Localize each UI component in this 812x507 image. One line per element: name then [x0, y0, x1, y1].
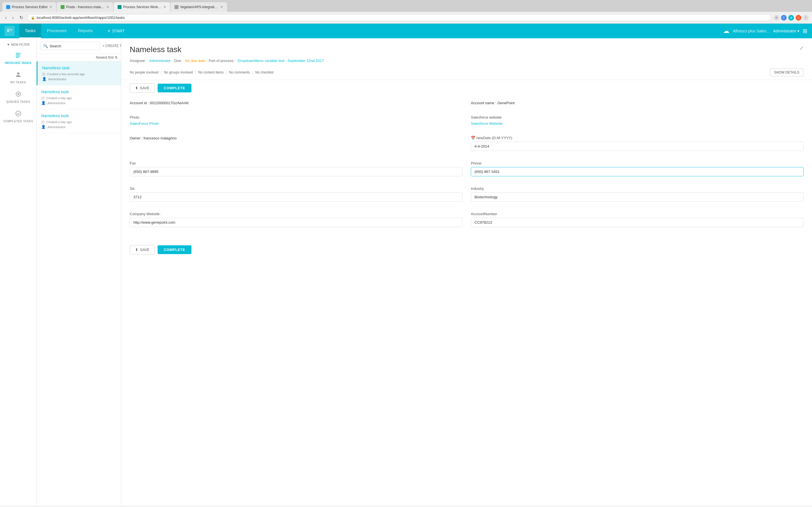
fax-input[interactable] — [130, 167, 462, 176]
search-box[interactable]: 🔍 — [40, 42, 100, 50]
sidebar-item-label-my: MY TASKS — [10, 81, 26, 84]
menu-icon[interactable]: ⋮ — [803, 15, 809, 20]
field-account-name: Account name : GenePoint — [471, 101, 804, 105]
nav-tabs: Tasks Processes Reports — [19, 24, 98, 38]
grid-icon[interactable]: ⊞ — [803, 27, 808, 34]
task-item-username: Administrator — [47, 101, 66, 105]
task-title: Nameless task — [130, 45, 182, 54]
address-bar[interactable]: 🔒 localhost:8080/activiti-app/workflow/#… — [27, 14, 771, 21]
save-button-bottom[interactable]: ⬆ SAVE — [130, 245, 155, 255]
top-nav: Tasks Processes Reports + START ☁ Alfres… — [0, 24, 812, 38]
form-col-fax: Fax — [130, 161, 462, 181]
assignee-value: Administrator — [149, 59, 171, 63]
tab-close-1[interactable]: × — [49, 4, 52, 10]
sidebar-item-queued[interactable]: QUEUED TASKS — [0, 87, 36, 107]
browser-tab-1[interactable]: Process Services Editor × — [2, 2, 56, 12]
svg-rect-7 — [16, 56, 20, 56]
photo-label: Photo — [130, 115, 462, 119]
browser-tab-2[interactable]: Posta - francesco.malagrino@... × — [57, 2, 113, 12]
process-value: DropdownMenu variable test - September 2… — [238, 59, 324, 63]
task-item-username: Administrator — [47, 125, 66, 129]
svg-point-9 — [17, 72, 19, 75]
sort-icon[interactable]: ⇅ — [115, 55, 117, 59]
salesforce-website-link[interactable]: Salesforce Website — [471, 121, 502, 126]
address-text: localhost:8080/activiti-app/workflow/#/a… — [37, 15, 125, 20]
task-item[interactable]: Nameless task ▤ Created a day ago 👤 Admi… — [37, 86, 121, 109]
sic-input[interactable] — [130, 192, 462, 202]
company-website-input[interactable] — [130, 218, 462, 227]
sidebar-item-my[interactable]: MY TASKS — [0, 68, 36, 87]
photo-link[interactable]: SalesForce Photo — [130, 121, 159, 126]
calendar-icon: 📅 — [471, 136, 475, 140]
browser-tab-3[interactable]: Process Services Workflow × — [114, 2, 170, 12]
nav-tab-reports[interactable]: Reports — [72, 24, 98, 38]
main-layout: ▼ NEW FILTER INVOLVED TASKS — [0, 38, 812, 505]
phone-input[interactable] — [471, 167, 804, 176]
fax-label: Fax — [130, 161, 462, 165]
sidebar-item-completed[interactable]: COMPLETED TASKS — [0, 107, 36, 126]
nav-start-btn[interactable]: + START — [103, 26, 129, 36]
content-header: Nameless task ⤢ — [121, 38, 812, 59]
tab-favicon-4 — [174, 5, 179, 9]
toolbar-icons: ☆ C A G ⋮ — [774, 15, 809, 20]
form-row-5: Sic Industry — [130, 186, 804, 206]
task-item[interactable]: Nameless task ▤ Created a few seconds ag… — [37, 61, 121, 86]
svg-rect-2 — [7, 31, 9, 32]
ext-icon-1[interactable]: A — [788, 15, 794, 20]
reload-button[interactable]: ↻ — [18, 14, 25, 21]
tab-title-1: Process Services Editor — [12, 5, 48, 9]
task-badges: No people involved | No groups involved … — [121, 66, 812, 80]
browser-tab-4[interactable]: Vegetam/APS-integration-with... × — [170, 2, 227, 12]
form-col-company-website: Company Website : — [130, 212, 462, 231]
form-col-industry: Industry — [471, 186, 804, 206]
start-label: START — [112, 29, 124, 33]
star-icon[interactable]: ☆ — [774, 15, 779, 20]
tab-close-4[interactable]: × — [220, 4, 223, 10]
sidebar-item-label-completed: COMPLETED TASKS — [3, 120, 33, 123]
my-tasks-icon — [15, 71, 22, 80]
svg-point-12 — [16, 111, 21, 116]
forward-button[interactable]: › — [10, 15, 15, 21]
complete-button-top[interactable]: COMPLETE — [158, 83, 192, 93]
field-company-website: Company Website : — [130, 212, 462, 227]
browser-tabs: Process Services Editor × Posta - france… — [0, 0, 812, 12]
field-new-date: 📅 newDate (D-M-YYYY) — [471, 136, 804, 151]
back-button[interactable]: ‹ — [3, 15, 8, 21]
logo-icon — [6, 28, 13, 34]
form-area: Account id : 00120000017GzAeAAK Account … — [121, 96, 812, 242]
user-icon: 👤 — [42, 77, 47, 81]
form-col-account-number: AccountNumber — [471, 212, 804, 231]
my-tasks-svg — [15, 71, 22, 78]
tab-favicon-2 — [61, 5, 64, 9]
task-item-created: Created a few seconds ago — [47, 72, 85, 76]
tab-close-2[interactable]: × — [106, 4, 109, 10]
nav-logo[interactable] — [4, 26, 15, 36]
expand-icon[interactable]: ⤢ — [799, 45, 804, 51]
task-list-toolbar: 🔍 + CREATE TASK — [37, 38, 121, 54]
ext-icon-2[interactable]: G — [796, 15, 801, 20]
field-owner: Owner : francesco malagrino — [130, 136, 462, 140]
industry-input[interactable] — [471, 192, 804, 202]
show-details-button[interactable]: SHOW DETAILS — [770, 68, 804, 76]
sidebar-item-label-involved: INVOLVED TASKS — [5, 61, 31, 64]
form-col-owner: Owner : francesco malagrino — [130, 136, 462, 156]
search-input[interactable] — [50, 44, 97, 48]
task-item[interactable]: Nameless task ▤ Created a day ago 👤 Admi… — [37, 109, 121, 133]
sidebar-item-involved[interactable]: INVOLVED TASKS — [0, 48, 36, 68]
nav-tab-tasks[interactable]: Tasks — [19, 24, 41, 38]
action-bar-top: ⬆ SAVE COMPLETE — [121, 80, 812, 96]
task-item-created: Created a day ago — [46, 96, 72, 100]
due-value: No due date — [185, 59, 205, 63]
new-filter-button[interactable]: ▼ NEW FILTER — [4, 41, 33, 48]
user-icon: 👤 — [41, 101, 46, 105]
sort-bar: Newest first ⇅ — [37, 54, 121, 61]
new-date-input[interactable] — [471, 142, 804, 151]
left-sidebar: ▼ NEW FILTER INVOLVED TASKS — [0, 38, 37, 505]
svg-point-11 — [17, 93, 19, 95]
account-number-input[interactable] — [471, 218, 804, 227]
complete-button-bottom[interactable]: COMPLETE — [158, 245, 192, 254]
tab-close-3[interactable]: × — [163, 4, 166, 10]
save-button-top[interactable]: ⬆ SAVE — [130, 83, 155, 93]
nav-tab-processes[interactable]: Processes — [41, 24, 72, 38]
chrome-icon[interactable]: C — [781, 15, 786, 20]
